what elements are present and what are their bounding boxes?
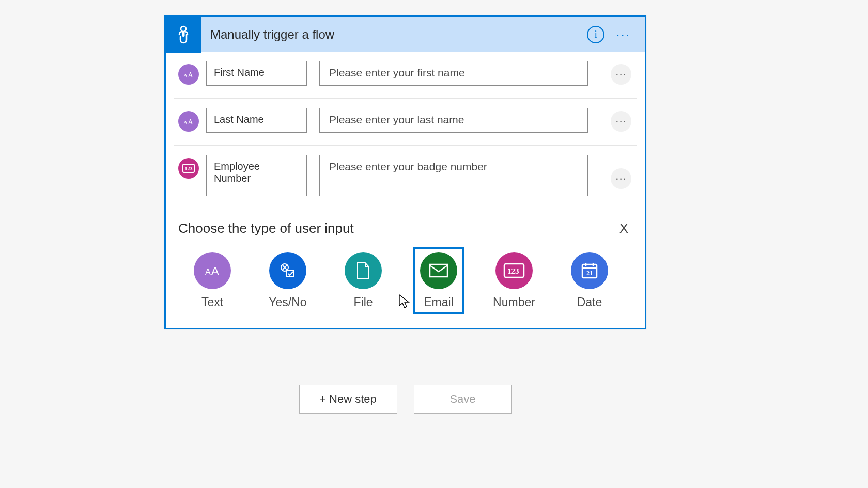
input-placeholder-field[interactable]: Please enter your badge number <box>319 155 588 196</box>
type-label: Yes/No <box>263 295 313 309</box>
trigger-card: Manually trigger a flow i ··· AA First N… <box>164 15 646 329</box>
input-name-field[interactable]: Employee Number <box>206 155 307 196</box>
svg-text:A: A <box>211 264 219 277</box>
svg-rect-1 <box>182 32 185 37</box>
input-placeholder-field[interactable]: Please enter your first name <box>319 61 588 86</box>
type-option-yesno[interactable]: Yes/No <box>263 248 313 313</box>
svg-text:A: A <box>188 71 193 79</box>
svg-point-0 <box>181 26 186 32</box>
input-name-field[interactable]: First Name <box>206 61 307 86</box>
svg-rect-13 <box>287 271 294 277</box>
type-option-email[interactable]: Email <box>414 248 463 313</box>
footer-actions: + New step Save <box>164 385 646 414</box>
row-more-button[interactable]: ··· <box>611 168 631 189</box>
type-option-date[interactable]: 21 Date <box>565 248 614 313</box>
text-type-icon: AA <box>178 111 199 132</box>
number-icon: 123 <box>495 252 533 289</box>
input-name-field[interactable]: Last Name <box>206 108 307 133</box>
email-icon <box>420 252 457 289</box>
svg-text:A: A <box>188 118 193 126</box>
svg-rect-14 <box>430 264 447 277</box>
info-icon[interactable]: i <box>587 26 605 43</box>
date-icon: 21 <box>571 252 608 289</box>
input-row-last-name: AA Last Name Please enter your last name… <box>174 99 637 146</box>
type-label: Number <box>489 295 539 309</box>
svg-text:A: A <box>183 72 188 78</box>
card-title: Manually trigger a flow <box>201 27 587 42</box>
close-icon[interactable]: X <box>615 218 632 239</box>
svg-text:21: 21 <box>586 270 593 277</box>
inputs-section: AA First Name Please enter your first na… <box>166 52 645 209</box>
svg-text:A: A <box>205 267 211 276</box>
input-placeholder-field[interactable]: Please enter your last name <box>319 108 588 133</box>
svg-text:A: A <box>183 119 188 125</box>
type-label: File <box>338 295 388 309</box>
type-label: Email <box>414 295 463 309</box>
input-row-employee-number: 123 Employee Number Please enter your ba… <box>174 146 637 209</box>
type-label: Date <box>565 295 614 309</box>
yesno-icon <box>269 252 306 289</box>
svg-text:123: 123 <box>185 166 193 171</box>
choose-title: Choose the type of user input <box>178 221 354 237</box>
type-option-number[interactable]: 123 Number <box>489 248 539 313</box>
type-option-file[interactable]: File <box>338 248 388 313</box>
text-type-icon: AA <box>178 64 199 85</box>
row-more-button[interactable]: ··· <box>611 111 631 132</box>
svg-text:123: 123 <box>507 267 519 275</box>
type-option-text[interactable]: AA Text <box>188 248 237 313</box>
row-more-button[interactable]: ··· <box>611 64 631 85</box>
save-button[interactable]: Save <box>414 385 512 414</box>
number-type-icon: 123 <box>178 158 199 179</box>
type-label: Text <box>188 295 237 309</box>
text-icon: AA <box>194 252 231 289</box>
input-row-first-name: AA First Name Please enter your first na… <box>174 52 637 99</box>
card-header: Manually trigger a flow i ··· <box>166 15 645 52</box>
trigger-icon <box>166 17 201 53</box>
choose-input-type-section: Choose the type of user input X AA Text <box>166 209 645 328</box>
file-icon <box>345 252 382 289</box>
new-step-button[interactable]: + New step <box>299 385 397 414</box>
